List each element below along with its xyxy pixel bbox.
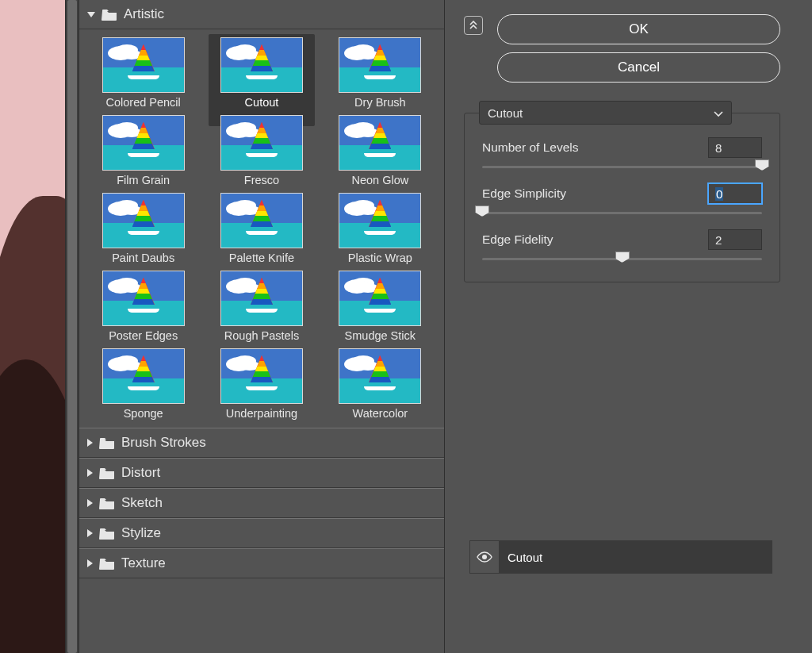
filter-params-group: Cutout Number of Levels 8 Edge Si — [464, 113, 780, 282]
folder-icon — [99, 528, 115, 540]
disclosure-triangle-right-icon — [87, 559, 93, 567]
filter-dry-brush[interactable]: Dry Brush — [327, 34, 433, 109]
filter-label: Dry Brush — [354, 96, 405, 109]
filter-thumbnail — [339, 37, 421, 93]
filter-watercolor[interactable]: Watercolor — [327, 345, 433, 420]
filter-thumbnail — [220, 193, 303, 248]
filter-neon-glow[interactable]: Neon Glow — [327, 112, 433, 186]
edge-simplicity-slider[interactable] — [482, 207, 762, 218]
folder-icon — [102, 9, 117, 21]
filter-smudge-stick[interactable]: Smudge Stick — [327, 267, 433, 342]
filter-label: Rough Pastels — [224, 329, 299, 342]
filter-label: Sponge — [124, 407, 163, 420]
filter-thumbnail — [339, 115, 421, 171]
category-stylize-header[interactable]: Stylize — [79, 518, 444, 548]
disclosure-triangle-right-icon — [87, 529, 93, 537]
number-of-levels-input[interactable]: 8 — [708, 137, 762, 158]
filter-label: Underpainting — [226, 407, 297, 420]
number-of-levels-label: Number of Levels — [482, 140, 578, 155]
effect-layers-list: Cutout — [469, 540, 772, 574]
preview-strip — [0, 0, 79, 653]
category-label: Brush Strokes — [121, 435, 206, 451]
filter-options-panel: OK Cancel Cutout Number of Levels — [445, 0, 812, 653]
category-label: Texture — [121, 555, 166, 571]
filter-thumbnail — [102, 193, 185, 248]
cancel-button[interactable]: Cancel — [497, 52, 780, 83]
filter-thumbnail — [220, 115, 303, 171]
filter-label: Cutout — [245, 96, 279, 109]
ok-button[interactable]: OK — [497, 14, 780, 44]
filter-thumbnail-grid: Colored PencilCutoutDry BrushFilm GrainF… — [79, 29, 444, 428]
filter-thumbnail — [339, 348, 421, 404]
filter-thumbnail — [102, 271, 185, 326]
category-texture-header[interactable]: Texture — [79, 548, 444, 578]
filter-label: Watercolor — [353, 407, 408, 420]
folder-icon — [99, 437, 115, 449]
folder-icon — [99, 467, 115, 479]
filter-label: Colored Pencil — [106, 96, 181, 109]
disclosure-triangle-right-icon — [87, 439, 93, 447]
filter-underpainting[interactable]: Underpainting — [209, 345, 315, 420]
filter-preset-value: Cutout — [488, 106, 523, 120]
category-distort-header[interactable]: Distort — [79, 458, 444, 488]
category-artistic-header[interactable]: Artistic — [79, 0, 444, 29]
category-sketch-header[interactable]: Sketch — [79, 488, 444, 518]
number-of-levels-slider[interactable] — [482, 161, 762, 172]
svg-point-0 — [482, 555, 487, 559]
filter-label: Film Grain — [117, 174, 170, 186]
slider-thumb[interactable] — [475, 206, 489, 217]
filter-label: Poster Edges — [109, 329, 178, 342]
filter-film-grain[interactable]: Film Grain — [90, 112, 197, 186]
filter-colored-pencil[interactable]: Colored Pencil — [90, 34, 197, 109]
disclosure-triangle-right-icon — [87, 499, 93, 507]
slider-thumb[interactable] — [755, 159, 769, 171]
effect-layer-row[interactable]: Cutout — [500, 541, 772, 573]
category-label: Sketch — [121, 495, 163, 511]
preview-scrollbar-thumb[interactable] — [67, 0, 77, 653]
category-label: Stylize — [121, 525, 161, 541]
filter-label: Palette Knife — [229, 252, 294, 264]
filter-thumbnail — [102, 37, 185, 93]
eye-icon — [477, 551, 492, 563]
chevron-down-icon — [714, 106, 723, 120]
filter-label: Fresco — [244, 174, 279, 186]
filter-plastic-wrap[interactable]: Plastic Wrap — [327, 190, 433, 264]
filter-thumbnail — [102, 348, 185, 404]
filter-rough-pastels[interactable]: Rough Pastels — [209, 267, 315, 342]
category-brush-strokes-header[interactable]: Brush Strokes — [79, 428, 444, 458]
preview-image — [0, 0, 67, 653]
filter-sponge[interactable]: Sponge — [90, 345, 197, 420]
filter-poster-edges[interactable]: Poster Edges — [90, 267, 197, 342]
edge-fidelity-label: Edge Fidelity — [482, 232, 553, 247]
edge-fidelity-slider[interactable] — [482, 253, 762, 264]
filter-thumbnail — [220, 348, 303, 404]
disclosure-triangle-right-icon — [87, 469, 93, 477]
filter-paint-daubs[interactable]: Paint Daubs — [90, 190, 197, 264]
filter-label: Plastic Wrap — [348, 252, 412, 264]
preview-scrollbar[interactable] — [65, 0, 79, 653]
folder-icon — [99, 558, 115, 570]
category-label: Distort — [121, 465, 160, 481]
category-artistic-label: Artistic — [124, 6, 164, 22]
folder-icon — [99, 497, 115, 509]
filter-thumbnail — [339, 271, 421, 326]
filter-thumbnail — [220, 271, 303, 326]
collapse-panel-button[interactable] — [464, 16, 483, 35]
layer-visibility-toggle[interactable] — [470, 541, 500, 573]
filter-gallery-panel: Artistic Colored PencilCutoutDry BrushFi… — [79, 0, 445, 653]
disclosure-triangle-down-icon — [87, 12, 95, 17]
filter-thumbnail — [102, 115, 185, 171]
edge-simplicity-label: Edge Simplicity — [482, 186, 566, 201]
filter-palette-knife[interactable]: Palette Knife — [209, 190, 315, 264]
filter-label: Paint Daubs — [112, 252, 174, 264]
filter-fresco[interactable]: Fresco — [209, 112, 315, 186]
edge-fidelity-input[interactable]: 2 — [708, 229, 762, 250]
filter-preset-dropdown[interactable]: Cutout — [479, 101, 732, 125]
edge-simplicity-input[interactable]: 0 — [708, 183, 762, 204]
filter-thumbnail — [220, 37, 303, 93]
slider-thumb[interactable] — [615, 252, 630, 263]
effect-layer-name: Cutout — [508, 551, 542, 564]
filter-thumbnail — [339, 193, 421, 248]
cancel-button-label: Cancel — [618, 60, 660, 75]
ok-button-label: OK — [629, 21, 649, 37]
